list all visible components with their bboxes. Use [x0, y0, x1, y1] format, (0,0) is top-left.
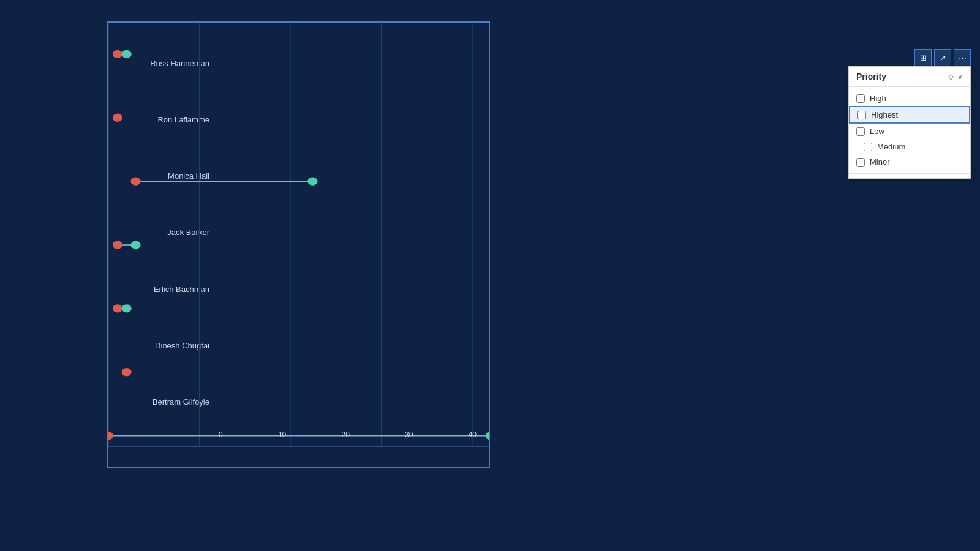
filter-items-list: High Highest Low Medium Minor: [849, 87, 970, 173]
x-tick-2: 20: [341, 430, 349, 439]
dot-dinesh-1: [122, 368, 132, 376]
filter-item-highest[interactable]: Highest: [849, 106, 970, 124]
filter-header: Priority ◇ ∨: [849, 67, 970, 87]
dot-russ-1: [113, 50, 123, 58]
filter-panel: Priority ◇ ∨ High Highest Low Medium: [848, 66, 971, 179]
filter-button[interactable]: ⊞: [914, 49, 932, 66]
filter-item-low[interactable]: Low: [849, 124, 970, 139]
chart-container: Russ Hanneman Ron Laflamme Monica Hall J…: [107, 21, 490, 468]
dot-monica-2: [307, 177, 317, 185]
dot-erlich-1: [113, 304, 123, 312]
filter-collapse-icon[interactable]: ◇: [948, 72, 954, 81]
filter-expand-icon[interactable]: ∨: [957, 72, 963, 81]
chart-inner: Russ Hanneman Ron Laflamme Monica Hall J…: [108, 23, 489, 467]
toolbar: ⊞ ↗ ⋯: [914, 49, 971, 66]
x-axis: 0 10 20 30 40: [219, 430, 477, 449]
dot-erlich-2: [122, 304, 132, 312]
dot-russ-2: [122, 50, 132, 58]
filter-title: Priority: [856, 72, 886, 81]
dot-jack-2: [130, 241, 140, 249]
filter-label-highest: Highest: [871, 110, 898, 119]
x-tick-0: 0: [219, 430, 223, 439]
dot-bertram-2: [486, 432, 489, 440]
filter-checkbox-highest[interactable]: [858, 111, 866, 119]
filter-item-minor[interactable]: Minor: [849, 154, 970, 170]
x-tick-3: 30: [405, 430, 413, 439]
filter-label-minor: Minor: [870, 157, 890, 167]
export-button[interactable]: ↗: [934, 49, 951, 66]
filter-item-medium[interactable]: Medium: [849, 139, 970, 154]
filter-checkbox-minor[interactable]: [856, 158, 865, 167]
dot-bertram-1: [108, 432, 113, 440]
filter-footer: [849, 173, 970, 178]
plot-area: [108, 23, 489, 467]
filter-label-low: Low: [870, 127, 884, 136]
filter-checkbox-low[interactable]: [856, 127, 865, 136]
filter-checkbox-high[interactable]: [856, 94, 865, 103]
export-icon: ↗: [940, 53, 946, 62]
more-button[interactable]: ⋯: [954, 49, 971, 66]
filter-checkbox-medium[interactable]: [864, 143, 872, 151]
filter-label-medium: Medium: [877, 142, 905, 151]
x-tick-4: 40: [469, 430, 477, 439]
filter-label-high: High: [870, 94, 886, 103]
dot-monica-1: [130, 177, 140, 185]
x-tick-1: 10: [278, 430, 286, 439]
dot-ron-1: [113, 114, 123, 122]
dot-jack-1: [113, 241, 123, 249]
more-icon: ⋯: [959, 53, 967, 62]
filter-item-high[interactable]: High: [849, 91, 970, 106]
filter-icon: ⊞: [920, 53, 927, 62]
filter-header-icons: ◇ ∨: [948, 72, 963, 81]
